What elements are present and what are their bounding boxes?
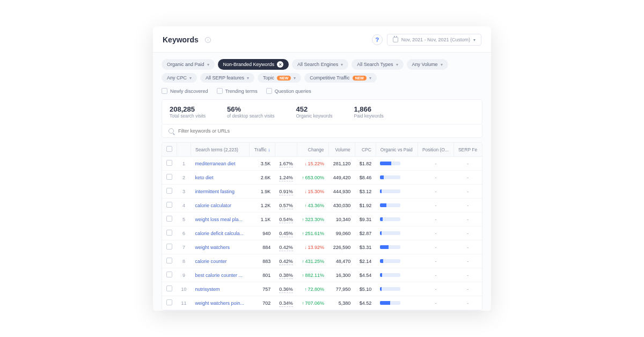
ovp-bar: [376, 199, 418, 213]
search-term-link[interactable]: nutrisystem: [191, 282, 250, 296]
filter-pill-4[interactable]: Any Volume▾: [407, 59, 448, 70]
position-value: -: [418, 268, 453, 282]
search-term-link[interactable]: mediterranean diet: [191, 157, 250, 171]
row-checkbox[interactable]: [166, 188, 172, 194]
search-term-link[interactable]: calorie deficit calcula...: [191, 226, 250, 240]
row-checkbox[interactable]: [166, 160, 172, 166]
volume-value: 16,300: [328, 268, 355, 282]
filter-pill-0[interactable]: Organic and Paid▾: [162, 59, 215, 70]
position-value: -: [418, 226, 453, 240]
traffic-pct: 0.42%: [275, 240, 297, 254]
check-label: Question queries: [275, 89, 311, 94]
table-row: 4calorie calculator1.2K0.57%↑43.36%430,0…: [162, 199, 482, 213]
filter-pill-7[interactable]: TopicNEW▾: [258, 73, 301, 83]
search-term-link[interactable]: calorie counter: [191, 254, 250, 268]
serp-value: -: [453, 240, 482, 254]
info-icon[interactable]: i: [205, 37, 211, 43]
row-checkbox[interactable]: [166, 216, 172, 222]
chevron-down-icon: ▾: [369, 76, 371, 80]
search-term-link[interactable]: weight loss meal pla...: [191, 213, 250, 226]
volume-value: 444,930: [328, 185, 355, 199]
traffic-pct: 0.57%: [275, 199, 297, 213]
filter-pill-3[interactable]: All Search Types▾: [352, 59, 403, 70]
traffic-value: 884: [250, 240, 275, 254]
row-number: 7: [177, 240, 191, 254]
col-search-terms[interactable]: Search terms (2,223): [191, 143, 250, 157]
filter-label: Non-Branded Keywords: [223, 62, 275, 67]
traffic-value: 1.1K: [250, 213, 275, 226]
table-row: 8calorie counter8830.42%↑431.25%48,470$2…: [162, 254, 482, 268]
row-checkbox[interactable]: [166, 244, 172, 250]
col-change[interactable]: Change: [297, 143, 328, 157]
traffic-value: 757: [250, 282, 275, 296]
search-term-link[interactable]: keto diet: [191, 171, 250, 185]
volume-value: 430,030: [328, 199, 355, 213]
col-ovp[interactable]: Organic vs Paid: [376, 143, 418, 157]
traffic-pct: 0.38%: [275, 268, 297, 282]
row-checkbox[interactable]: [166, 174, 172, 180]
ovp-bar: [376, 240, 418, 254]
help-button[interactable]: ?: [372, 34, 383, 45]
stat-label: Total search visits: [170, 113, 206, 119]
change-value: ↑653.00%: [297, 171, 328, 185]
stat-value: 208,285: [170, 105, 206, 113]
ovp-bar: [376, 254, 418, 268]
volume-value: 77,950: [328, 282, 355, 296]
date-range-picker[interactable]: Nov, 2021 - Nov, 2021 (Custom) ▾: [387, 34, 481, 46]
row-number: 6: [177, 226, 191, 240]
row-checkbox[interactable]: [166, 285, 172, 291]
traffic-value: 1.9K: [250, 185, 275, 199]
check-filter-1[interactable]: Trending terms: [217, 88, 258, 94]
search-term-link[interactable]: calorie calculator: [191, 199, 250, 213]
row-number: 3: [177, 185, 191, 199]
table-row: 6calorie deficit calcula...9400.45%↑251.…: [162, 226, 482, 240]
check-filter-0[interactable]: Newly discovered: [162, 88, 208, 94]
search-term-link[interactable]: weight watchers poin...: [191, 296, 250, 310]
col-cpc[interactable]: CPC: [355, 143, 376, 157]
serp-value: -: [453, 268, 482, 282]
close-icon[interactable]: ✕: [277, 61, 283, 68]
filter-pill-8[interactable]: Competitive TrafficNEW▾: [304, 73, 377, 83]
filter-label: Competitive Traffic: [310, 75, 349, 80]
cpc-value: $9.31: [355, 213, 376, 226]
col-serp[interactable]: SERP Fe: [453, 143, 482, 157]
new-badge: NEW: [353, 76, 367, 80]
chevron-down-icon: ▾: [473, 38, 475, 42]
row-checkbox[interactable]: [166, 272, 172, 277]
filter-search[interactable]: [162, 124, 482, 138]
change-value: ↑43.36%: [297, 199, 328, 213]
search-input[interactable]: [178, 128, 475, 134]
sort-down-icon: ↓: [268, 147, 270, 152]
row-checkbox[interactable]: [166, 202, 172, 208]
filter-pill-1[interactable]: Non-Branded Keywords✕: [218, 59, 289, 70]
traffic-pct: 0.54%: [275, 213, 297, 226]
change-value: ↓15.22%: [297, 157, 328, 171]
table-row: 1mediterranean diet3.5K1.67%↓15.22%281,1…: [162, 157, 482, 171]
select-all-checkbox[interactable]: [166, 146, 172, 152]
cpc-value: $2.87: [355, 226, 376, 240]
cpc-value: $3.31: [355, 240, 376, 254]
page-title: Keywords: [163, 35, 199, 44]
filter-pill-5[interactable]: Any CPC▾: [162, 73, 197, 83]
search-term-link[interactable]: intermittent fasting: [191, 185, 250, 199]
filter-pill-2[interactable]: All Search Engines▾: [292, 59, 348, 70]
change-value: ↑431.25%: [297, 254, 328, 268]
row-checkbox[interactable]: [166, 230, 172, 236]
filter-label: Organic and Paid: [167, 62, 204, 67]
row-checkbox[interactable]: [166, 299, 172, 305]
col-volume[interactable]: Volume: [328, 143, 355, 157]
ovp-bar: [376, 226, 418, 240]
search-term-link[interactable]: weight watchers: [191, 240, 250, 254]
col-position[interactable]: Position (O...: [418, 143, 453, 157]
ovp-bar: [376, 185, 418, 199]
check-filter-2[interactable]: Question queries: [266, 88, 311, 94]
col-traffic[interactable]: Traffic ↓: [250, 143, 275, 157]
traffic-value: 940: [250, 226, 275, 240]
position-value: -: [418, 157, 453, 171]
stat-value: 452: [296, 105, 332, 113]
search-term-link[interactable]: best calorie counter ...: [191, 268, 250, 282]
serp-value: -: [453, 157, 482, 171]
row-number: 8: [177, 254, 191, 268]
row-checkbox[interactable]: [166, 258, 172, 263]
filter-pill-6[interactable]: All SERP features▾: [200, 73, 254, 83]
